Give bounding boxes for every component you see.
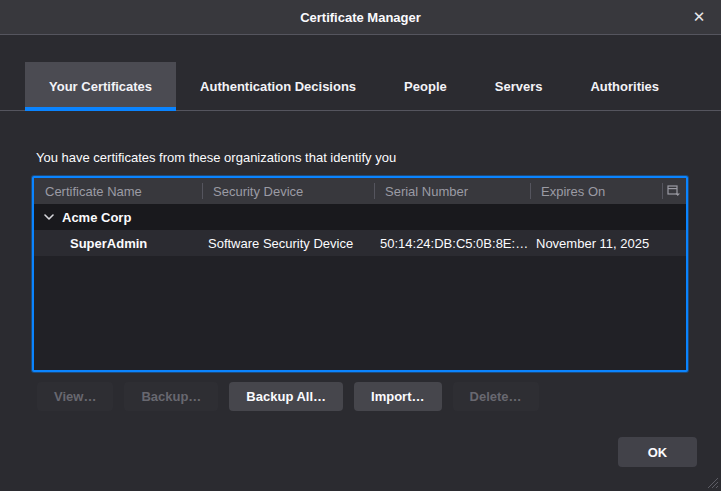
column-header-security-device[interactable]: Security Device — [202, 178, 374, 204]
dialog-title: Certificate Manager — [300, 10, 421, 25]
expires-on-cell: November 11, 2025 — [530, 236, 662, 251]
tab-people[interactable]: People — [380, 62, 471, 110]
resize-grip-icon[interactable] — [702, 472, 719, 489]
tab-label: Servers — [495, 79, 543, 94]
tab-your-certificates[interactable]: Your Certificates — [25, 62, 176, 110]
table-row[interactable]: Acme Corp — [34, 204, 686, 230]
group-name: Acme Corp — [62, 210, 131, 225]
certificate-manager-dialog: Certificate Manager ✕ Your Certificates … — [0, 0, 721, 491]
action-button-row: View… Backup… Backup All… Import… Delete… — [37, 382, 539, 411]
tab-authentication-decisions[interactable]: Authentication Decisions — [176, 62, 380, 110]
serial-number-cell: 50:14:24:DB:C5:0B:8E:… — [374, 236, 530, 251]
column-picker-button[interactable] — [662, 178, 686, 204]
titlebar: Certificate Manager ✕ — [0, 0, 721, 35]
import-button[interactable]: Import… — [354, 382, 441, 411]
tab-servers[interactable]: Servers — [471, 62, 567, 110]
column-header-serial-number[interactable]: Serial Number — [374, 178, 530, 204]
security-device-cell: Software Security Device — [202, 236, 374, 251]
chevron-down-icon[interactable] — [44, 214, 54, 220]
backup-all-button[interactable]: Backup All… — [229, 382, 343, 411]
close-icon[interactable]: ✕ — [688, 6, 710, 28]
view-button[interactable]: View… — [37, 382, 113, 411]
tab-label: Your Certificates — [49, 79, 152, 94]
column-picker-icon — [667, 185, 681, 197]
tab-label: Authentication Decisions — [200, 79, 356, 94]
tab-strip: Your Certificates Authentication Decisio… — [0, 62, 721, 111]
column-header-expires-on[interactable]: Expires On — [530, 178, 662, 204]
certificate-table: Certificate Name Security Device Serial … — [32, 176, 688, 372]
table-empty-area — [34, 256, 686, 370]
delete-button[interactable]: Delete… — [453, 382, 539, 411]
ok-button[interactable]: OK — [618, 437, 697, 467]
certificate-name-cell: SuperAdmin — [34, 236, 202, 251]
table-row[interactable]: SuperAdmin Software Security Device 50:1… — [34, 230, 686, 256]
tab-label: Authorities — [590, 79, 659, 94]
backup-button[interactable]: Backup… — [124, 382, 218, 411]
tab-label: People — [404, 79, 447, 94]
column-header-certificate-name[interactable]: Certificate Name — [34, 178, 202, 204]
tab-authorities[interactable]: Authorities — [566, 62, 683, 110]
table-header-row: Certificate Name Security Device Serial … — [34, 178, 686, 204]
intro-text: You have certificates from these organiz… — [36, 150, 396, 165]
